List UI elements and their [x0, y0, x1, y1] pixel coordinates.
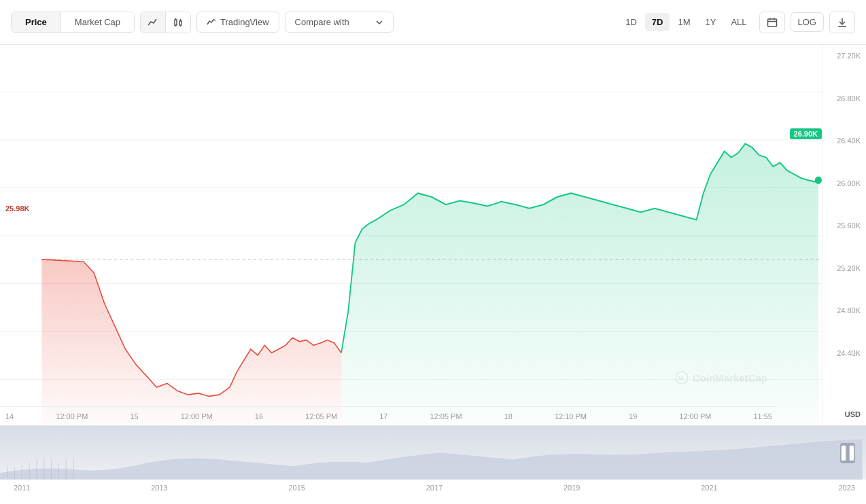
x-axis: 14 12:00 PM 15 12:00 PM 16 12:05 PM 17 1…	[0, 406, 778, 425]
calendar-icon	[767, 17, 778, 28]
timeframe-1m[interactable]: 1M	[671, 13, 697, 31]
tradingview-icon	[207, 18, 216, 27]
price-marketcap-toggle: Price Market Cap	[11, 12, 135, 33]
x-label-1155: 11:55	[753, 412, 772, 420]
x-label-14: 14	[5, 412, 14, 420]
current-price-badge: 26.90K	[790, 128, 822, 139]
currency-label: USD	[828, 410, 861, 418]
download-icon	[837, 17, 848, 28]
y-label-5: 25.60K	[828, 221, 861, 230]
y-label-2: 26.80K	[828, 94, 861, 103]
x-label-16: 16	[255, 412, 263, 420]
navigator-svg	[0, 426, 866, 480]
toolbar: Price Market Cap TradingView Compare wi	[0, 0, 866, 45]
x-label-19: 19	[629, 412, 637, 420]
chart-main: 25.98K 26.90K	[0, 45, 822, 425]
year-2021: 2021	[701, 484, 717, 492]
price-chart-svg	[0, 45, 822, 425]
year-2013: 2013	[151, 484, 167, 492]
y-label-1: 27.20K	[828, 52, 861, 60]
navigator-pause-button[interactable]	[840, 443, 855, 463]
x-label-17: 17	[379, 412, 387, 420]
x-label-1205pm-2: 12:05 PM	[430, 412, 462, 420]
y-label-3: 26.40K	[828, 137, 861, 145]
year-2019: 2019	[564, 484, 580, 492]
price-button[interactable]: Price	[12, 12, 61, 32]
year-2017: 2017	[426, 484, 443, 492]
watermark-text: CoinMarketCap	[693, 372, 767, 384]
line-chart-button[interactable]	[141, 12, 166, 33]
tradingview-button[interactable]: TradingView	[196, 12, 279, 33]
line-chart-icon	[148, 17, 158, 28]
timeframe-selector: 1D 7D 1M 1Y ALL	[619, 13, 753, 31]
candle-chart-icon	[173, 17, 184, 28]
tradingview-label: TradingView	[220, 17, 269, 27]
x-label-15: 15	[130, 412, 138, 420]
download-button[interactable]	[829, 12, 855, 33]
timeframe-all[interactable]: ALL	[724, 13, 753, 31]
x-label-1205pm-1: 12:05 PM	[305, 412, 337, 420]
svg-rect-6	[767, 19, 776, 26]
y-label-8: 24.40K	[828, 349, 861, 376]
compare-label: Compare with	[295, 17, 349, 27]
svg-rect-35	[850, 446, 854, 461]
svg-rect-0	[175, 20, 177, 25]
y-label-6: 25.20K	[828, 264, 861, 272]
y-label-4: 26.00K	[828, 179, 861, 187]
x-label-1210pm: 12:10 PM	[555, 412, 587, 420]
marketcap-button[interactable]: Market Cap	[61, 12, 134, 32]
svg-rect-34	[842, 446, 846, 461]
chart-container: 25.98K 26.90K	[0, 45, 866, 425]
chart-type-toggle	[140, 12, 191, 33]
x-label-1200pm-2: 12:00 PM	[181, 412, 213, 420]
watermark: M CoinMarketCap	[675, 371, 767, 384]
svg-text:M: M	[678, 375, 684, 382]
timeframe-1y[interactable]: 1Y	[698, 13, 723, 31]
x-label-1200pm-3: 12:00 PM	[679, 412, 711, 420]
compare-dropdown[interactable]: Compare with	[285, 12, 394, 33]
candle-chart-button[interactable]	[166, 12, 190, 33]
x-label-18: 18	[504, 412, 513, 420]
timeframe-1d[interactable]: 1D	[619, 13, 644, 31]
timeframe-7d[interactable]: 7D	[645, 13, 670, 31]
year-2015: 2015	[289, 484, 305, 492]
log-button[interactable]: LOG	[791, 12, 824, 32]
svg-rect-3	[179, 21, 181, 25]
chevron-down-icon	[375, 18, 383, 26]
year-2023: 2023	[839, 484, 855, 492]
pause-icon	[840, 443, 855, 463]
svg-point-20	[815, 177, 822, 184]
year-axis: 2011 2013 2015 2017 2019 2021 2023	[0, 480, 866, 496]
navigator-chart[interactable]	[0, 425, 866, 480]
year-2011: 2011	[14, 484, 30, 492]
y-axis: 27.20K 26.80K 26.40K 26.00K 25.60K 25.20…	[822, 45, 866, 425]
calendar-button[interactable]	[759, 12, 785, 33]
coinmarketcap-logo-icon: M	[675, 371, 689, 384]
x-label-1200pm-1: 12:00 PM	[56, 412, 88, 420]
y-label-7: 24.80K	[828, 306, 861, 314]
